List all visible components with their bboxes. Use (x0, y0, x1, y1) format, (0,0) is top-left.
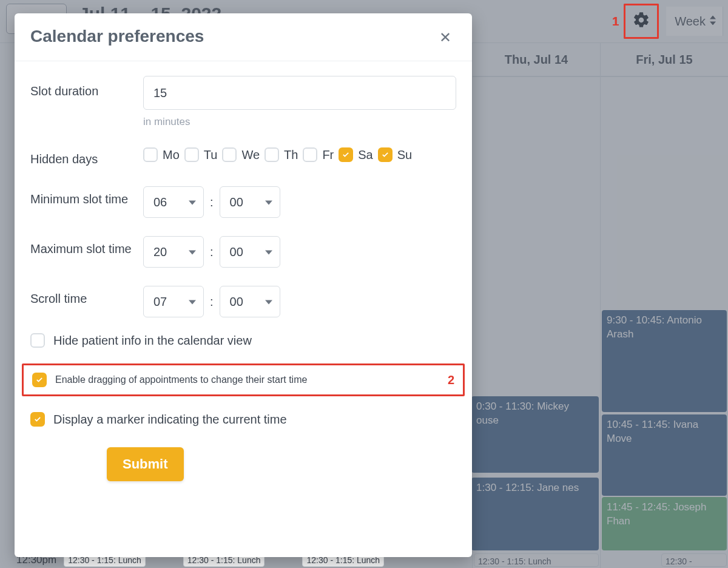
hidden-day-label: Tu (204, 148, 218, 162)
chevron-down-icon (189, 201, 196, 205)
max-slot-hour-select[interactable]: 20 (143, 236, 204, 268)
enable-drag-checkbox[interactable] (32, 373, 47, 387)
close-icon: ✕ (439, 29, 451, 46)
hidden-day-checkbox-mo[interactable] (143, 147, 158, 162)
enable-drag-highlight: Enable dragging of appointments to chang… (22, 363, 465, 396)
min-slot-minute-select[interactable]: 00 (220, 186, 280, 218)
chevron-down-icon (265, 201, 272, 205)
hidden-day-label: Sa (358, 148, 372, 162)
scroll-hour-select[interactable]: 07 (143, 286, 204, 317)
hidden-day-label: Th (284, 148, 298, 162)
hidden-days-label: Hidden days (30, 144, 143, 168)
hidden-days-group: MoTuWeThFrSaSu (143, 144, 456, 162)
gear-icon (632, 11, 650, 32)
min-slot-label: Minimum slot time (30, 184, 143, 208)
enable-drag-label: Enable dragging of appointments to chang… (55, 374, 307, 385)
hidden-day-tu: Tu (184, 147, 218, 162)
gear-highlight-box: 1 (624, 4, 659, 39)
hidden-day-label: We (241, 148, 260, 162)
hidden-day-checkbox-fr[interactable] (303, 147, 317, 162)
hidden-day-mo: Mo (143, 147, 180, 162)
display-marker-checkbox[interactable] (30, 412, 45, 427)
hidden-day-checkbox-th[interactable] (265, 147, 279, 162)
hidden-day-we: We (222, 147, 260, 162)
display-marker-label: Display a marker indicating the current … (53, 413, 287, 427)
settings-button[interactable] (627, 7, 656, 36)
hidden-day-label: Mo (163, 148, 180, 162)
hidden-day-th: Th (265, 147, 298, 162)
max-slot-label: Maximum slot time (30, 234, 143, 258)
close-button[interactable]: ✕ (434, 27, 456, 49)
hidden-day-sa: Sa (339, 147, 372, 162)
hidden-day-label: Su (397, 148, 412, 162)
hidden-day-checkbox-su[interactable] (378, 147, 393, 162)
min-slot-hour-select[interactable]: 06 (143, 186, 204, 218)
scroll-time-label: Scroll time (30, 283, 143, 308)
chevron-down-icon (265, 300, 272, 305)
hidden-day-su: Su (378, 147, 412, 162)
hide-patient-label: Hide patient info in the calendar view (53, 334, 252, 348)
hidden-day-fr: Fr (303, 147, 334, 162)
preferences-modal: Calendar preferences ✕ Slot duration in … (15, 13, 472, 557)
scroll-minute-select[interactable]: 00 (220, 286, 280, 317)
hidden-day-label: Fr (322, 148, 334, 162)
chevron-down-icon (265, 251, 272, 255)
time-colon: : (210, 245, 214, 259)
slot-duration-hint: in minutes (143, 116, 456, 128)
hide-patient-checkbox[interactable] (30, 333, 45, 348)
annotation-marker-1: 1 (612, 15, 619, 29)
hidden-day-checkbox-we[interactable] (222, 147, 237, 162)
slot-duration-input[interactable] (143, 76, 456, 110)
hidden-day-checkbox-tu[interactable] (184, 147, 199, 162)
time-colon: : (210, 195, 214, 209)
max-slot-minute-select[interactable]: 00 (220, 236, 280, 268)
annotation-marker-2: 2 (448, 373, 454, 387)
chevron-down-icon (189, 251, 196, 255)
modal-title: Calendar preferences (30, 27, 204, 46)
slot-duration-label: Slot duration (30, 76, 143, 100)
submit-button[interactable]: Submit (107, 447, 184, 481)
chevron-down-icon (189, 300, 196, 305)
time-colon: : (210, 295, 214, 309)
hidden-day-checkbox-sa[interactable] (339, 147, 353, 162)
